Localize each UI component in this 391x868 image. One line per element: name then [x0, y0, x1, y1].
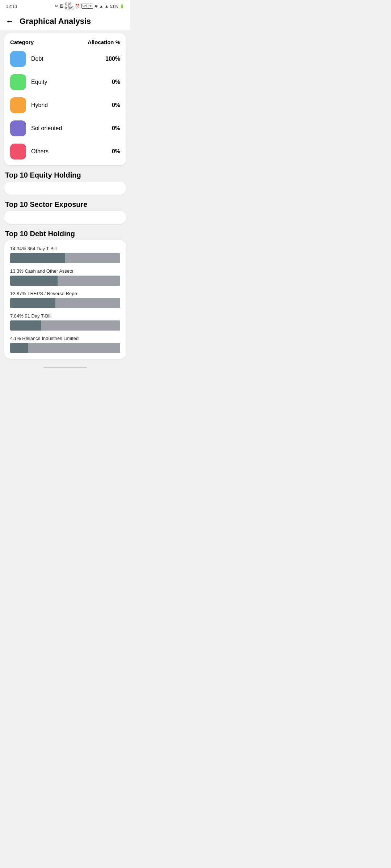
color-swatch-1 [10, 74, 26, 90]
allocation-row: Others 0% [10, 144, 120, 159]
bar-track-4 [10, 343, 120, 353]
page-title: Graphical Analysis [20, 17, 91, 26]
allocation-left-3: Sol oriented [10, 120, 62, 136]
volte-icon: VoLTE [81, 4, 93, 9]
scroll-bar [43, 367, 87, 368]
allocation-row: Debt 100% [10, 51, 120, 67]
scroll-indicator [4, 363, 126, 370]
bar-track-0 [10, 253, 120, 263]
allocation-card: Category Allocation % Debt 100% Equity 0… [4, 33, 126, 165]
allocation-left-1: Equity [10, 74, 47, 90]
allocation-name-1: Equity [31, 79, 47, 85]
allocation-header-pct: Allocation % [88, 39, 120, 45]
battery-text: 51% [110, 4, 118, 8]
debt-item-label-3: 7.84% 91 Day T-Bill [10, 313, 120, 319]
debt-item: 4.1% Reliance Industries Limited [10, 336, 120, 353]
debt-item: 12.87% TREPS / Reverse Repo [10, 291, 120, 308]
color-swatch-0 [10, 51, 26, 67]
bluetooth-icon: ✱ [94, 4, 98, 9]
alarm-icon: ⏰ [75, 4, 80, 9]
battery-icon: 🔋 [119, 4, 125, 9]
status-icons: ✉ 🖼 018KB/S ⏰ VoLTE ✱ ▲ ▲ 51% 🔋 [55, 2, 125, 10]
bar-fill-2 [10, 298, 55, 308]
wifi-icon: ▲ [99, 4, 103, 8]
mail-icon: ✉ [55, 4, 58, 9]
category-header-label: Category [10, 39, 34, 45]
allocation-name-4: Others [31, 148, 49, 155]
allocation-row: Sol oriented 0% [10, 120, 120, 136]
allocation-left-0: Debt [10, 51, 43, 67]
allocation-pct-1: 0% [112, 79, 120, 85]
bar-track-1 [10, 276, 120, 286]
allocation-pct-0: 100% [105, 56, 120, 62]
debt-item: 13.3% Cash and Other Assets [10, 268, 120, 286]
allocation-rows: Debt 100% Equity 0% Hybrid 0% Sol orient… [10, 51, 120, 159]
data-speed: 018KB/S [65, 2, 73, 10]
allocation-pct-3: 0% [112, 125, 120, 132]
equity-section: Top 10 Equity Holding [4, 170, 126, 195]
bar-fill-4 [10, 343, 28, 353]
bar-fill-1 [10, 276, 58, 286]
image-icon: 🖼 [60, 4, 64, 8]
allocation-row: Equity 0% [10, 74, 120, 90]
header: ← Graphical Analysis [0, 12, 130, 30]
allocation-name-0: Debt [31, 56, 43, 62]
sector-empty-card [4, 211, 126, 224]
allocation-left-4: Others [10, 144, 49, 159]
allocation-name-2: Hybrid [31, 102, 48, 109]
bar-track-2 [10, 298, 120, 308]
debt-title: Top 10 Debt Holding [4, 230, 126, 238]
debt-card: 14.34% 364 Day T-Bill 13.3% Cash and Oth… [4, 240, 126, 359]
color-swatch-4 [10, 144, 26, 159]
allocation-row: Hybrid 0% [10, 97, 120, 113]
bar-track-3 [10, 320, 120, 331]
allocation-left-2: Hybrid [10, 97, 48, 113]
equity-empty-card [4, 182, 126, 195]
color-swatch-3 [10, 120, 26, 136]
main-content: Category Allocation % Debt 100% Equity 0… [0, 30, 130, 373]
sector-section: Top 10 Sector Exposure [4, 199, 126, 224]
allocation-header: Category Allocation % [10, 39, 120, 45]
bar-fill-0 [10, 253, 65, 263]
status-time: 12:11 [6, 4, 18, 9]
equity-title: Top 10 Equity Holding [4, 171, 126, 179]
allocation-pct-4: 0% [112, 148, 120, 155]
allocation-name-3: Sol oriented [31, 125, 62, 132]
color-swatch-2 [10, 97, 26, 113]
debt-section: Top 10 Debt Holding 14.34% 364 Day T-Bil… [4, 228, 126, 359]
bar-fill-3 [10, 320, 41, 331]
status-bar: 12:11 ✉ 🖼 018KB/S ⏰ VoLTE ✱ ▲ ▲ 51% 🔋 [0, 0, 130, 12]
back-button[interactable]: ← [6, 17, 14, 26]
debt-item-label-2: 12.87% TREPS / Reverse Repo [10, 291, 120, 296]
debt-item: 7.84% 91 Day T-Bill [10, 313, 120, 331]
sector-title: Top 10 Sector Exposure [4, 200, 126, 209]
allocation-pct-2: 0% [112, 102, 120, 109]
debt-item-label-0: 14.34% 364 Day T-Bill [10, 246, 120, 251]
debt-item-label-4: 4.1% Reliance Industries Limited [10, 336, 120, 341]
debt-item-label-1: 13.3% Cash and Other Assets [10, 268, 120, 274]
debt-item: 14.34% 364 Day T-Bill [10, 246, 120, 263]
signal-icon: ▲ [105, 4, 109, 8]
